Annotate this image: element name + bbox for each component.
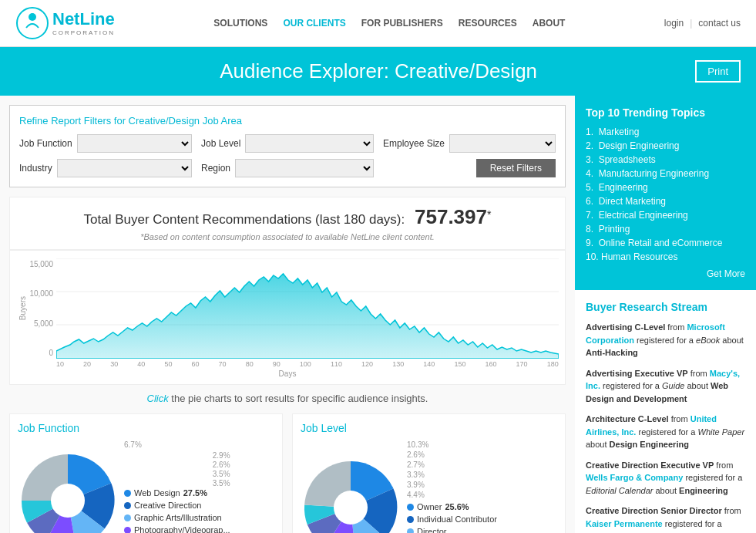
industry-select[interactable]: [57, 159, 192, 177]
jl-legend-1: Owner: [417, 502, 442, 511]
x-label-60: 60: [191, 360, 199, 368]
y-label-5000: 5,000: [34, 319, 53, 328]
stats-sup: *: [487, 208, 491, 221]
jl-legend-3: Director: [417, 527, 447, 533]
jf-legend-3: Graphic Arts/Illustration: [134, 513, 222, 522]
hero-banner: Audience Explorer: Creative/Design Print: [0, 47, 756, 96]
filter-row-1: Job Function Job Level Employee Size: [19, 134, 556, 153]
x-label-150: 150: [454, 360, 465, 368]
page-title: Audience Explorer: Creative/Design: [62, 59, 695, 83]
trending-item-8: 8. Printing: [586, 224, 745, 234]
job-function-pie-chart[interactable]: [18, 450, 118, 534]
x-label-100: 100: [300, 360, 311, 368]
x-label-180: 180: [547, 360, 559, 368]
x-label-160: 160: [486, 360, 497, 368]
x-label-80: 80: [246, 360, 254, 368]
nav-about[interactable]: ABOUT: [533, 18, 566, 29]
buyer-item-2: Advertising Executive VP from Macy's, In…: [586, 367, 745, 406]
x-label-140: 140: [423, 360, 435, 368]
job-level-pie-content: 10.3% 2.6% 2.7% 3.3% 3.9% 4.4% Owner 25.…: [301, 440, 557, 533]
stats-subtitle: *Based on content consumption associated…: [18, 232, 557, 241]
y-label-15000: 15,000: [29, 260, 53, 268]
y-label-10000: 10,000: [29, 289, 53, 298]
trending-title: Top 10 Trending Topics: [586, 106, 745, 119]
employee-size-select[interactable]: [449, 134, 556, 153]
y-label-0: 0: [49, 349, 53, 357]
y-axis-label: Buyers: [18, 296, 27, 320]
click-middle-text: the pie charts to sort results for speci…: [171, 393, 428, 404]
chart-svg: [56, 258, 559, 359]
main-container: Refine Report Filters for Creative/Desig…: [0, 96, 756, 533]
trending-item-3: 3. Spreadsheets: [586, 154, 745, 165]
job-function-filter: Job Function: [19, 134, 192, 153]
job-function-pie-title: Job Function: [18, 422, 274, 434]
left-column: Refine Report Filters for Creative/Desig…: [0, 96, 575, 533]
reset-filter-area: Reset Filters: [383, 159, 556, 177]
header-auth: login | contact us: [664, 18, 741, 29]
trending-item-6: 6. Direct Marketing: [586, 196, 745, 207]
chart-main: [56, 258, 559, 359]
contact-link[interactable]: contact us: [698, 18, 741, 29]
x-label-120: 120: [361, 360, 373, 368]
nav-resources[interactable]: RESOURCES: [459, 18, 517, 29]
x-label-170: 170: [516, 360, 528, 368]
job-level-pie-title: Job Level: [301, 422, 557, 434]
job-function-legend: 6.7% 2.9% 2.6% 3.5% 3.5% Web Design 27.5…: [124, 440, 230, 533]
main-nav: SOLUTIONS OUR CLIENTS FOR PUBLISHERS RES…: [213, 18, 565, 29]
job-level-pie-chart[interactable]: [301, 457, 401, 534]
x-label-30: 30: [110, 360, 118, 368]
industry-label: Industry: [19, 163, 52, 174]
svg-point-7: [334, 491, 368, 525]
job-function-label: Job Function: [19, 138, 72, 149]
print-button[interactable]: Print: [695, 60, 741, 83]
x-label-70: 70: [219, 360, 227, 368]
trending-box: Top 10 Trending Topics 1. Marketing 2. D…: [575, 96, 756, 290]
svg-point-1: [29, 13, 36, 21]
jl-legend-2: Individual Contributor: [417, 514, 497, 524]
x-label-10: 10: [56, 360, 64, 368]
trending-list: 1. Marketing 2. Design Engineering 3. Sp…: [586, 127, 745, 262]
trending-item-9: 9. Online Retail and eCommerce: [586, 238, 745, 248]
region-filter: Region: [201, 159, 374, 177]
x-label-50: 50: [164, 360, 172, 368]
job-function-select[interactable]: [77, 134, 192, 153]
industry-filter: Industry: [19, 159, 192, 177]
buyer-item-3: Architecture C-Level from United Airline…: [586, 413, 745, 451]
nav-for-publishers[interactable]: FOR PUBLISHERS: [361, 18, 443, 29]
filters-title: Refine Report Filters for Creative/Desig…: [19, 115, 556, 127]
reset-filters-button[interactable]: Reset Filters: [476, 159, 556, 177]
trending-item-5: 5. Engineering: [586, 182, 745, 193]
stats-headline: Total Buyer Content Recommendations (las…: [18, 205, 557, 229]
trending-item-1: 1. Marketing: [586, 127, 745, 137]
stats-value: 757.397: [415, 205, 487, 228]
click-instruction: Click the pie charts to sort results for…: [9, 393, 566, 404]
separator: |: [690, 18, 692, 29]
employee-size-label: Employee Size: [383, 138, 445, 149]
logo-name: NetLine: [52, 10, 115, 29]
get-more-link[interactable]: Get More: [586, 268, 745, 279]
region-select[interactable]: [235, 159, 374, 177]
job-function-pie-content: 6.7% 2.9% 2.6% 3.5% 3.5% Web Design 27.5…: [18, 440, 274, 533]
trending-item-2: 2. Design Engineering: [586, 140, 745, 151]
x-label-90: 90: [273, 360, 281, 368]
chart-wrapper: Buyers 15,000 10,000 5,000 0: [16, 258, 559, 359]
job-function-pie-box: Job Function: [9, 413, 283, 533]
logo-text-group: NetLine CORPORATION: [52, 10, 115, 35]
logo: NetLine CORPORATION: [15, 6, 115, 40]
job-level-filter: Job Level: [201, 134, 374, 153]
filters-box: Refine Report Filters for Creative/Desig…: [9, 105, 566, 187]
logo-icon: [15, 6, 49, 40]
header: NetLine CORPORATION SOLUTIONS OUR CLIENT…: [0, 0, 756, 47]
buyer-stream-title: Buyer Research Stream: [586, 301, 745, 313]
stats-box: Total Buyer Content Recommendations (las…: [9, 197, 566, 250]
nav-solutions[interactable]: SOLUTIONS: [213, 18, 267, 29]
trending-item-4: 4. Manufacturing Engineering: [586, 168, 745, 179]
job-level-select[interactable]: [245, 134, 374, 153]
nav-our-clients[interactable]: OUR CLIENTS: [283, 18, 345, 29]
jf-legend-1: Web Design: [134, 488, 180, 498]
login-link[interactable]: login: [664, 18, 684, 29]
pie-charts-row: Job Function: [9, 413, 566, 533]
trending-item-7: 7. Electrical Engineering: [586, 210, 745, 221]
y-axis-label-container: Buyers: [16, 258, 29, 359]
employee-size-filter: Employee Size: [383, 134, 556, 153]
